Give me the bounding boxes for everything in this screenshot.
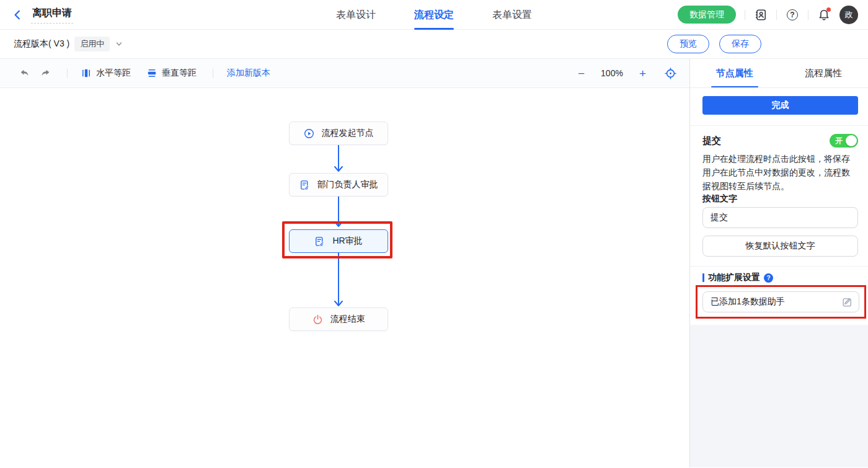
flow-arrow [334, 253, 343, 308]
top-header: 离职申请 表单设计 流程设定 表单设置 数据管理 ? [0, 0, 868, 30]
save-button[interactable]: 保存 [719, 35, 761, 53]
flow-node-hr-approval[interactable]: HR审批 [289, 229, 388, 253]
canvas-toolbar: 水平等距 垂直等距 添加新版本 − 100% + [0, 59, 689, 88]
vertical-distribute-button[interactable]: 垂直等距 [147, 68, 197, 79]
panel-tabs: 节点属性 流程属性 [690, 59, 868, 88]
data-assistant-annotation-box: 已添加1条数据助手 [696, 285, 866, 319]
fit-center-icon[interactable] [662, 65, 678, 81]
edit-icon[interactable] [842, 297, 852, 307]
vertical-distribute-icon [147, 68, 157, 78]
approval-doc-icon [314, 236, 325, 247]
node-label: HR审批 [332, 236, 362, 247]
header-tabs: 表单设计 流程设定 表单设置 [336, 0, 532, 30]
notification-dot [826, 7, 831, 12]
undo-icon[interactable] [16, 65, 32, 81]
flow-node-dept-approval[interactable]: 部门负责人审批 [289, 173, 388, 196]
divider [690, 266, 868, 267]
flow-node-end[interactable]: 流程结束 [289, 307, 388, 331]
node-label: 流程发起节点 [322, 128, 374, 139]
add-version-link[interactable]: 添加新版本 [227, 68, 270, 79]
version-label: 流程版本( V3 ) [14, 38, 69, 50]
node-label: 流程结束 [330, 314, 365, 325]
node-properties-content: 完成 提交 开 用户在处理流程时点击此按钮，将保存用户在此节点中对数据的更改，流… [690, 88, 868, 325]
properties-panel: 节点属性 流程属性 完成 提交 开 用户在处理流程时点击此按钮，将保存用户在此节… [689, 59, 868, 467]
tab-form-design[interactable]: 表单设计 [336, 0, 376, 30]
tab-flow-properties[interactable]: 流程属性 [779, 59, 868, 87]
divider [67, 69, 68, 78]
avatar[interactable]: 政 [839, 6, 858, 24]
preview-button[interactable]: 预览 [667, 35, 709, 53]
sub-header: 流程版本( V3 ) 启用中 预览 保存 [0, 30, 868, 59]
horizontal-distribute-button[interactable]: 水平等距 [81, 68, 131, 79]
submit-section-label: 提交 [702, 135, 721, 147]
flow-node-start[interactable]: 流程发起节点 [289, 121, 388, 145]
data-manage-button[interactable]: 数据管理 [678, 6, 736, 24]
flow-arrow [334, 196, 343, 229]
chevron-down-icon [115, 40, 123, 48]
section-accent-bar [702, 273, 704, 282]
power-icon [312, 314, 323, 325]
panel-empty-area [690, 325, 868, 467]
flow-canvas[interactable]: 流程发起节点 部门负责人审批 [0, 88, 689, 467]
zoom-in-button[interactable]: + [639, 68, 646, 79]
flow-arrow [334, 145, 343, 174]
bell-icon[interactable] [817, 8, 831, 22]
toggle-knob [846, 135, 857, 146]
divider [690, 125, 868, 126]
divider [213, 69, 213, 78]
tab-flow-setting[interactable]: 流程设定 [414, 0, 454, 30]
approval-doc-icon [299, 180, 310, 190]
extension-section-title: 功能扩展设置 [708, 272, 760, 283]
toggle-state-label: 开 [835, 136, 843, 146]
button-text-label: 按钮文字 [702, 193, 858, 205]
page-title[interactable]: 离职申请 [31, 6, 73, 24]
redo-icon[interactable] [37, 65, 53, 81]
tab-node-properties[interactable]: 节点属性 [690, 59, 779, 87]
reset-button-text-button[interactable]: 恢复默认按钮文字 [702, 236, 858, 257]
version-selector[interactable]: 流程版本( V3 ) 启用中 [14, 37, 123, 51]
submit-description: 用户在处理流程时点击此按钮，将保存用户在此节点中对数据的更改，流程数据视图转至后… [702, 152, 858, 193]
status-badge: 启用中 [74, 37, 110, 51]
zoom-level: 100% [601, 68, 623, 78]
tab-form-setting[interactable]: 表单设置 [492, 0, 532, 30]
play-circle-icon [304, 128, 314, 139]
data-assistant-field[interactable]: 已添加1条数据助手 [702, 291, 859, 312]
divider [776, 10, 777, 20]
horizontal-distribute-icon [81, 68, 91, 78]
extension-help-icon[interactable]: ? [764, 273, 773, 283]
button-text-input[interactable] [702, 207, 858, 228]
done-button[interactable]: 完成 [702, 96, 858, 115]
submit-toggle[interactable]: 开 [830, 134, 858, 148]
divider [745, 10, 745, 20]
node-label: 部门负责人审批 [317, 179, 378, 190]
zoom-out-button[interactable]: − [578, 68, 585, 79]
help-icon[interactable]: ? [786, 8, 799, 22]
back-icon[interactable] [10, 7, 25, 22]
contacts-icon[interactable] [754, 8, 768, 22]
data-assistant-value: 已添加1条数据助手 [711, 296, 842, 307]
divider [808, 10, 808, 20]
